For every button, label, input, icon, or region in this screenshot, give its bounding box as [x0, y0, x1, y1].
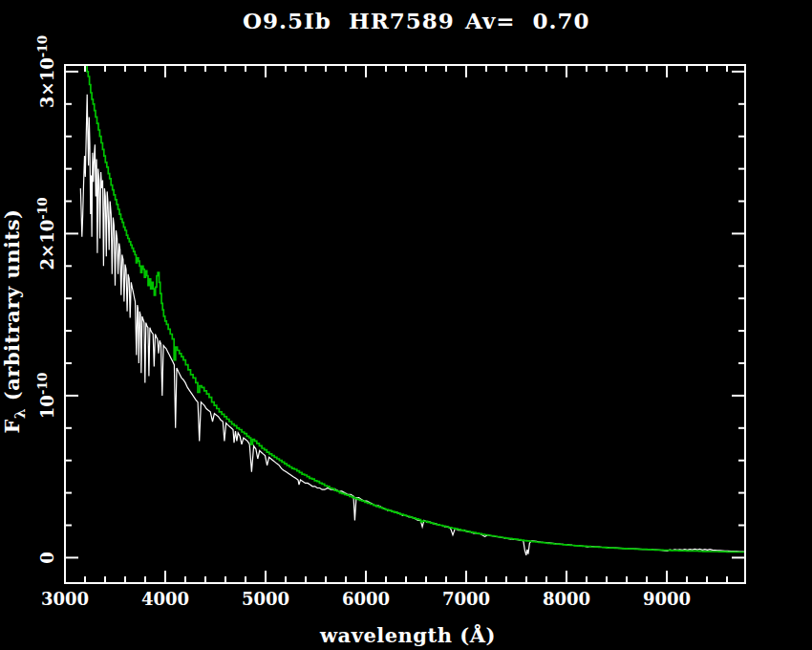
x-tick-label: 6000	[342, 589, 390, 609]
plot-title-star: O9.5Ib HR7589	[243, 8, 455, 33]
spectrum-plot: O9.5Ib HR7589 Av= 0.70 30004000500060007…	[0, 0, 812, 650]
x-axis-label: wavelength (Å)	[319, 623, 496, 647]
x-tick-label: 8000	[543, 589, 590, 609]
x-tick-label: 7000	[442, 589, 490, 609]
x-tick-label: 9000	[643, 589, 691, 609]
plot-background	[0, 0, 812, 650]
plot-window: O9.5Ib HR7589 Av= 0.70 30004000500060007…	[0, 0, 812, 650]
x-tick-label: 4000	[141, 589, 189, 609]
plot-title-extinction: Av= 0.70	[464, 8, 590, 33]
x-tick-label: 5000	[242, 589, 289, 609]
x-tick-label: 3000	[41, 589, 89, 609]
y-tick-label: 0	[37, 552, 57, 564]
